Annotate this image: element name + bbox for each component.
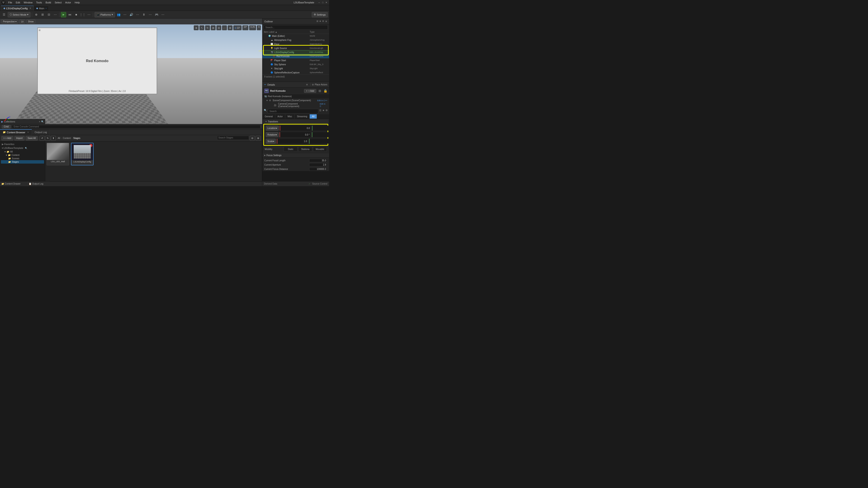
users-button[interactable]: 👥 — [116, 12, 121, 18]
toolbar-extra-5[interactable]: ⋯ — [148, 12, 153, 18]
output-log-tab[interactable]: Output Log — [32, 129, 50, 135]
focus-settings-section-header[interactable]: ▶ Focus Settings — [262, 153, 329, 158]
menu-build[interactable]: Build — [45, 1, 52, 4]
sidebar-content-item[interactable]: ▾ 📁 Content — [1, 153, 44, 157]
toolbar-extra-7[interactable]: ⋯ — [160, 12, 166, 18]
vp-scale-icon[interactable]: ⊞ — [211, 25, 216, 30]
details-tab-general[interactable]: General — [262, 114, 275, 119]
cb-sort-icon[interactable]: ⊞ — [256, 136, 260, 141]
aperture-input[interactable] — [309, 163, 327, 166]
more-play-button[interactable]: ⋯ — [86, 12, 92, 18]
menu-help[interactable]: Help — [74, 1, 81, 4]
asset-lsu-display-config[interactable]: ✓ LSUnDisplayConfig — [71, 143, 94, 165]
menu-edit[interactable]: Edit — [15, 1, 21, 4]
vp-camera-icon[interactable]: 🎥 — [222, 25, 227, 30]
add-content-button[interactable]: + + Add — [1, 136, 13, 140]
asset-lsu-led-wall[interactable]: LSU_LED_Wall — [46, 143, 69, 165]
details-tab-all[interactable]: All — [310, 114, 317, 119]
details-search-input[interactable] — [268, 109, 318, 113]
details-filter-icon[interactable]: ☰ — [319, 109, 321, 113]
outliner-options-icon[interactable]: ⊞ — [316, 20, 318, 23]
toolbar-extra-6[interactable]: 🎮 — [154, 12, 159, 18]
stop-button[interactable]: ■ — [73, 12, 79, 18]
scene-comp-edit-link[interactable]: Edit in C++ — [317, 99, 327, 102]
outliner-item-red-komodo[interactable]: 🎥 Red Komodo CineCameraAc — [262, 54, 329, 58]
minimize-button[interactable]: ─ — [318, 1, 320, 4]
move-tool-button[interactable]: ⊕ — [33, 12, 39, 18]
details-tab-actor[interactable]: Actor — [275, 114, 285, 119]
tab-close-lsu[interactable]: ✕ — [29, 7, 31, 9]
collections-expand-icon[interactable]: ▶ — [1, 121, 3, 123]
app-logo[interactable]: U — [1, 0, 5, 4]
output-log-bottom-button[interactable]: 📋 Output Log — [27, 181, 50, 186]
hamburger-menu-button[interactable]: ☰ — [1, 12, 7, 18]
add-button[interactable]: + + Add — [304, 89, 316, 93]
toolbar-extra-1[interactable]: ⋯ — [122, 12, 128, 18]
collections-add-icon[interactable]: + — [39, 121, 40, 123]
outliner-item-sphere-capture[interactable]: 🔵 SphereReflectionCapture SphereReflecti — [262, 70, 329, 74]
vp-select-icon[interactable]: ⊕ — [194, 25, 199, 30]
viewport[interactable]: Perspective ▾ Lit Show ⊞ Red Komodo — [0, 19, 262, 126]
vp-cursor-icon[interactable]: ↖ — [199, 25, 204, 30]
menu-tools[interactable]: Tools — [35, 1, 43, 4]
menu-window[interactable]: Window — [23, 1, 33, 4]
platforms-button[interactable]: 📱 Platforms ▾ — [94, 12, 115, 18]
vp-transform-icon[interactable]: ⊟ — [216, 25, 221, 30]
outliner-item-sky-light[interactable]: ☀ SkyLight SkyLight — [262, 66, 329, 70]
outliner-item-floor[interactable]: ⬜ Floor StaticMeshAc — [262, 42, 329, 46]
favorites-section[interactable]: ▶ Favorites — [1, 142, 44, 146]
mobility-stationary-button[interactable]: Stationa — [298, 147, 312, 152]
outliner-item-light[interactable]: 💡 Light Source DirectionalLigh — [262, 46, 329, 50]
focus-distance-input[interactable] — [309, 167, 327, 171]
import-button[interactable]: Import — [14, 136, 25, 140]
scale-x-input[interactable] — [277, 139, 308, 144]
content-browser-tab-close[interactable]: ✕ — [27, 131, 29, 133]
outliner-item-main[interactable]: 🌍 Main (Editor) World — [262, 34, 329, 38]
collections-search-icon[interactable]: 🔍 — [41, 121, 44, 123]
skip-button[interactable]: ⏭ — [67, 12, 72, 18]
mobility-movable-button[interactable]: Movable — [313, 147, 327, 152]
scale-y-input[interactable] — [309, 139, 329, 144]
location-y-input[interactable] — [312, 126, 329, 131]
outliner-close-button[interactable]: ✕ — [325, 20, 327, 23]
history-forward-icon[interactable]: ↻ — [45, 136, 50, 141]
settings-button[interactable]: ⚙ Settings — [312, 12, 328, 18]
menu-actor[interactable]: Actor — [64, 1, 72, 4]
content-search-input[interactable] — [217, 136, 249, 140]
rotation-y-input[interactable] — [312, 132, 329, 137]
content-browser-tab[interactable]: 📁 Content Browser ✕ — [0, 129, 32, 135]
details-settings-icon[interactable]: ⚙ — [326, 109, 328, 113]
maximize-button[interactable]: □ — [321, 1, 324, 4]
toolbar-extra-4[interactable]: ⏸ — [141, 12, 147, 18]
cb-filter-icon[interactable]: ⊟ — [250, 136, 255, 141]
lit-button[interactable]: Lit — [20, 20, 25, 24]
toolbar-extra-3[interactable]: ⋯ — [135, 12, 141, 18]
outliner-settings-icon[interactable]: ⚙ — [322, 20, 324, 23]
outliner-item-sky-sphere[interactable]: 🔵 Sky Sphere Edit BP_Sky_S — [262, 62, 329, 66]
tab-main[interactable]: ◆ Main • — [34, 6, 49, 11]
focal-length-input[interactable] — [309, 159, 327, 162]
lock-details-button[interactable]: 🔒 — [323, 89, 327, 93]
camera-comp-edit-link[interactable]: Edit in C — [320, 103, 327, 107]
lsubase-section[interactable]: ▾ LSUBaseTemplate 🔍 — [1, 146, 44, 150]
collapse-icon[interactable]: ▼ — [266, 99, 268, 102]
details-tab-streaming[interactable]: Streaming — [294, 114, 310, 119]
cmd-button[interactable]: Cmd — [2, 125, 11, 129]
close-button[interactable]: ✕ — [325, 1, 328, 4]
sidebar-stages-item[interactable]: 📁 Stages — [1, 160, 44, 164]
scale-label-button[interactable]: Scale ▾ — [266, 139, 276, 144]
save-all-button[interactable]: Save All — [26, 136, 38, 140]
tab-lsu-display-config[interactable]: ◆ LSUnDisplayConfig ✕ — [1, 6, 34, 11]
outliner-item-player-start[interactable]: 🚩 Player Start PlayerStart — [262, 58, 329, 62]
show-button[interactable]: Show — [26, 20, 35, 24]
snap-button[interactable]: ⊞ — [40, 12, 45, 18]
outliner-filter-icon[interactable]: ★ — [319, 20, 321, 23]
outliner-search-input[interactable] — [264, 25, 328, 30]
pause-button[interactable]: ⋮⋮ — [80, 12, 85, 18]
cb-up-icon[interactable]: ⬆ — [51, 136, 56, 141]
menu-select[interactable]: Select — [54, 1, 63, 4]
details-close-button[interactable]: ✕ — [306, 83, 308, 86]
copy-button[interactable]: ⊞ — [318, 89, 321, 93]
grid-button[interactable]: ⊟ — [46, 12, 52, 18]
camera-preview-expand-icon[interactable]: ⊞ — [39, 29, 40, 31]
